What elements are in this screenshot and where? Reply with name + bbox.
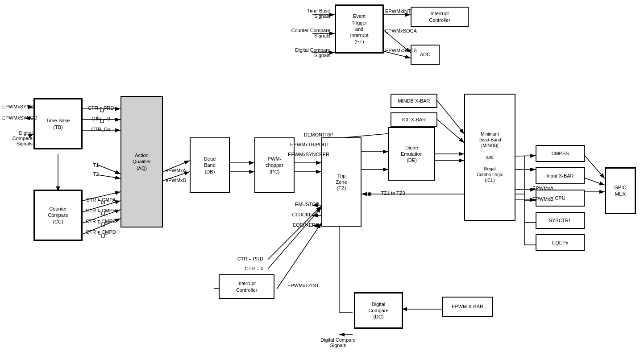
svg-line-55 <box>585 156 605 178</box>
mindb-xbar-label: MINDB X-BAR <box>398 98 430 104</box>
ctr-cmpa-label: CTR = CMPA <box>83 197 119 203</box>
interrupt-controller-bot-label: InterruptController <box>236 280 258 293</box>
dead-band-label: DeadBand(DB) <box>204 156 216 175</box>
ctr-0-1-label: CTR = 0 <box>83 116 119 121</box>
demontrip-label: DEMONTRIP <box>275 132 333 137</box>
sysctrl-block: SYSCTRL <box>536 212 585 229</box>
eqepxerr-label: EQEPxERR <box>277 222 319 228</box>
epwmxa-out-label: EPWMxA <box>518 186 553 191</box>
interrupt-controller-bot-block: InterruptController <box>219 274 274 299</box>
icl-xbar-label: ICL X-BAR <box>402 116 426 123</box>
tz1-tz3-label: TZ1 to TZ3 <box>372 190 414 196</box>
counter-compare-signals-label: Counter CompareSignals <box>259 28 330 38</box>
ctr-cmpc-label: CTR = CMPC <box>83 219 119 224</box>
dead-band-block: DeadBand(DB) <box>190 137 230 193</box>
event-trigger-block: EventTriggerandInterrupt(ET) <box>335 4 384 54</box>
t2-label: T2 <box>89 171 103 177</box>
pwm-chopper-label: PWM-chopper(PC) <box>266 156 283 175</box>
epwmxtripout-label: EPWMxTRIPOUT <box>271 142 329 147</box>
action-qualifier-block: ActionQualifier(AQ) <box>121 96 163 228</box>
digital-compare-signals-top-label: Digital CompareSignals <box>259 47 330 58</box>
epwmxsynco-label: EPWMxSYNCO <box>2 115 33 120</box>
svg-point-37 <box>368 192 371 196</box>
eqepx-label: EQEPx <box>552 240 568 246</box>
mindb-xbar-block: MINDB X-BAR <box>391 94 437 108</box>
action-qualifier-label: ActionQualifier(AQ) <box>133 152 151 171</box>
epwmxsyncper-label: EPWMxSYNCPER <box>271 152 329 157</box>
t1-label: T1 <box>89 162 103 168</box>
trip-zone-block: TripZone(TZ) <box>321 137 362 227</box>
mindb-icl-label: MinimumDead-Band(MINDB)andIllegalCombo L… <box>477 131 503 183</box>
digital-compare-signals-left-label: Digital CompareSignals <box>2 130 33 146</box>
counter-compare-label: CounterCompare(CC) <box>48 206 68 225</box>
input-xbar-block: Input X-BAR <box>536 167 585 184</box>
svg-line-31 <box>437 101 464 134</box>
cmpss-label: CMPSS <box>551 150 569 157</box>
input-xbar-label: Input X-BAR <box>546 173 574 179</box>
svg-line-32 <box>437 120 464 143</box>
time-base-signals-label: Time BaseSignals <box>268 8 330 19</box>
epwmxb-out-label: EPWMxB <box>518 196 553 202</box>
cpu-label: CPU <box>555 195 565 201</box>
epwmxa-aq-label: ePWMxA <box>162 168 190 173</box>
epwm-xbar-label: EPWM X-BAR <box>452 303 483 310</box>
mindb-icl-block: MinimumDead-Band(MINDB)andIllegalCombo L… <box>464 94 515 221</box>
epwmxsocb-label: EPWMxSOCB <box>385 48 439 53</box>
svg-line-56 <box>585 178 605 185</box>
digital-compare-block: DigitalCompare(DC) <box>354 292 403 329</box>
icl-xbar-block: ICL X-BAR <box>391 112 437 127</box>
svg-line-46 <box>277 223 321 289</box>
ctr-cmpb-label: CTR = CMPB <box>83 208 119 213</box>
ctr-cmpd-label: CTR = CMPD <box>83 229 119 235</box>
trip-zone-label: TripZone(TZ) <box>336 173 347 192</box>
gpio-mux-block: GPIOMUX <box>605 167 636 214</box>
digital-compare-label: DigitalCompare(DC) <box>368 301 388 320</box>
epwmxb-aq-label: ePWMxB <box>162 178 190 183</box>
cmpss-block: CMPSS <box>536 145 585 162</box>
svg-line-62 <box>515 156 536 156</box>
counter-compare-block: CounterCompare(CC) <box>33 190 83 241</box>
epwmxint-label: EPWMxINT <box>385 8 439 14</box>
diode-emulation-block: DiodeEmulation(DE) <box>388 127 435 181</box>
diode-emulation-label: DiodeEmulation(DE) <box>401 145 423 164</box>
sysctrl-label: SYSCTRL <box>549 217 572 223</box>
ctr-dir-label: CTR_Dir <box>83 127 119 132</box>
ctr-0-2-label: CTR = 0 <box>219 266 263 271</box>
epwm-block-diagram: EventTriggerandInterrupt(ET) InterruptCo… <box>0 0 640 364</box>
epwm-xbar-block: EPWM X-BAR <box>442 297 493 317</box>
time-base-block: Time-Base(TB) <box>33 98 83 149</box>
event-trigger-label: EventTriggerandInterrupt(ET) <box>350 13 369 45</box>
ctr-prd-1-label: CTR = PRD <box>83 105 119 111</box>
gpio-mux-label: GPIOMUX <box>614 184 627 197</box>
eqepx-block: EQEPx <box>536 234 585 251</box>
epwmxsoca-label: EPWMxSOCA <box>385 28 439 33</box>
digital-compare-signals-bot-label: Digital CompareSignals <box>308 337 368 348</box>
emustop-label: EMUSTOP <box>277 202 319 207</box>
epwmxsynci-label: EPWMxSYNCI <box>2 104 33 109</box>
clockfail-label: CLOCKFAIL <box>277 212 319 217</box>
epwmxtzint-label: EPWMxTZINT <box>278 283 329 288</box>
time-base-label: Time-Base(TB) <box>46 117 70 130</box>
ctr-prd-2-label: CTR = PRD <box>219 256 263 261</box>
